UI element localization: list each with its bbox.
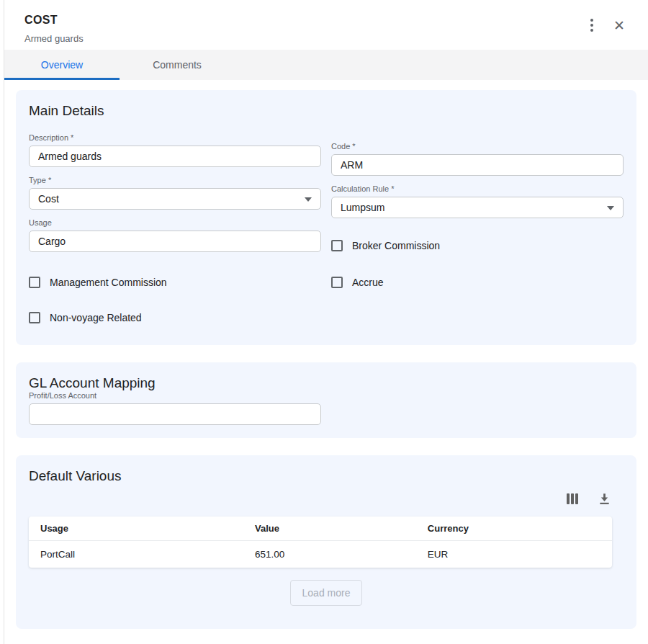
management-commission-checkbox[interactable]: Management Commission — [29, 277, 167, 288]
description-label: Description * — [29, 133, 321, 142]
profit-loss-account-label: Profit/Loss Account — [29, 391, 624, 400]
checkbox-box — [29, 277, 40, 288]
table-toolbar — [29, 491, 612, 506]
tab-bar: Overview Comments — [4, 50, 648, 80]
usage-input[interactable] — [29, 231, 321, 252]
default-various-card: Default Various Usage Value Currency — [16, 455, 636, 629]
default-various-table: Usage Value Currency PortCall 651.00 EUR — [29, 516, 612, 568]
checkbox-box — [331, 240, 343, 251]
panel-content: Main Details Description * Code * Type *… — [4, 80, 648, 629]
chevron-down-icon — [607, 206, 614, 210]
columns-icon[interactable] — [565, 492, 580, 506]
panel-header: COST Armed guards ✕ — [4, 0, 648, 44]
profit-loss-account-input[interactable] — [29, 403, 321, 425]
gl-account-mapping-card: GL Account Mapping Profit/Loss Account — [16, 362, 636, 438]
accrue-checkbox[interactable]: Accrue — [331, 277, 384, 288]
type-select[interactable]: Cost — [29, 188, 321, 210]
chevron-down-icon — [305, 197, 312, 202]
calculation-rule-select-value: Lumpsum — [341, 202, 384, 213]
page-title: COST — [24, 14, 628, 27]
cell-value: 651.00 — [243, 541, 416, 568]
broker-commission-label: Broker Commission — [352, 240, 440, 251]
cell-currency: EUR — [416, 541, 612, 568]
accrue-label: Accrue — [352, 277, 384, 288]
tab-overview[interactable]: Overview — [4, 50, 120, 80]
description-field-group: Description * — [29, 133, 321, 176]
calculation-rule-field-group: Calculation Rule * Lumpsum — [331, 184, 624, 218]
gl-account-mapping-heading: GL Account Mapping — [29, 375, 624, 391]
column-header-currency: Currency — [416, 516, 612, 540]
kebab-menu-icon[interactable] — [589, 17, 595, 33]
download-icon[interactable] — [597, 491, 612, 506]
type-field-group: Type * Cost — [29, 176, 321, 218]
management-commission-label: Management Commission — [50, 277, 167, 288]
default-various-heading: Default Various — [29, 468, 624, 484]
calculation-rule-label: Calculation Rule * — [331, 184, 624, 193]
load-more-button[interactable]: Load more — [290, 580, 363, 606]
column-header-value: Value — [243, 516, 416, 540]
main-details-card: Main Details Description * Code * Type *… — [16, 90, 636, 345]
profit-loss-account-field-group: Profit/Loss Account — [29, 391, 624, 425]
usage-label: Usage — [29, 218, 321, 227]
type-label: Type * — [29, 176, 321, 184]
checkbox-box — [331, 277, 343, 288]
broker-commission-field-group: Broker Commission — [331, 227, 624, 252]
cell-usage: PortCall — [29, 541, 243, 568]
tab-comments[interactable]: Comments — [120, 50, 235, 80]
description-input[interactable] — [29, 146, 321, 167]
non-voyage-related-label: Non-voyage Related — [50, 312, 142, 323]
table-row[interactable]: PortCall 651.00 EUR — [29, 541, 612, 568]
code-field-group: Code * — [331, 142, 624, 176]
column-header-usage: Usage — [29, 516, 243, 540]
usage-field-group: Usage — [29, 218, 321, 252]
main-details-heading: Main Details — [29, 103, 624, 119]
checkbox-box — [29, 312, 40, 323]
cost-detail-panel: COST Armed guards ✕ Overview Comments Ma… — [4, 0, 648, 644]
non-voyage-related-checkbox[interactable]: Non-voyage Related — [29, 312, 142, 323]
close-icon[interactable]: ✕ — [613, 19, 625, 32]
code-input[interactable] — [331, 154, 624, 176]
header-actions: ✕ — [589, 17, 625, 33]
calculation-rule-select[interactable]: Lumpsum — [331, 197, 624, 218]
code-label: Code * — [331, 142, 624, 151]
table-header-row: Usage Value Currency — [29, 516, 612, 541]
type-select-value: Cost — [38, 193, 59, 205]
broker-commission-checkbox[interactable]: Broker Commission — [331, 240, 440, 251]
page-subtitle: Armed guards — [24, 33, 628, 44]
